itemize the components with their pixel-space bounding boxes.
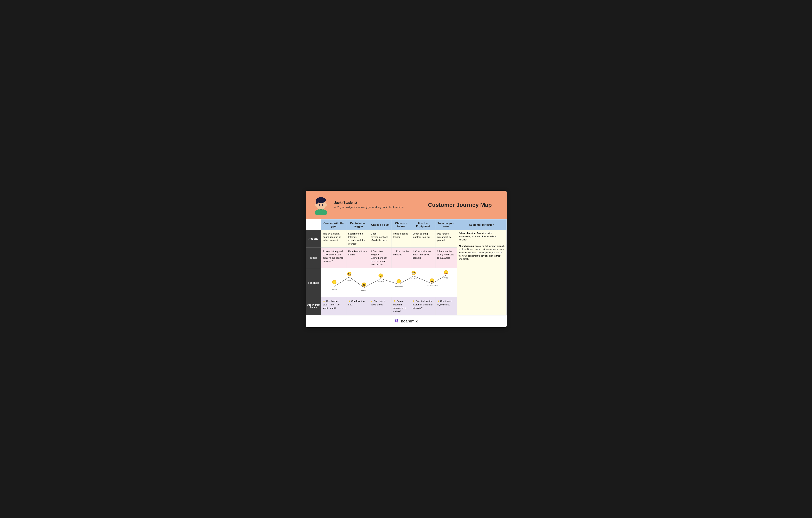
persona-name: Jack (Student) — [334, 201, 415, 205]
svg-point-5 — [315, 204, 317, 206]
header: Jack (Student) A 21 year old junior who … — [306, 191, 506, 219]
journey-table: Contact with the gym Get to know the gym… — [306, 219, 506, 315]
svg-text:🙂: 🙂 — [378, 273, 383, 278]
customer-journey-map: Jack (Student) A 21 year old junior who … — [306, 191, 506, 327]
ideas-train: 1.Freedom but safety is difficult to gua… — [435, 247, 457, 268]
actions-train: Use fitness equipment by yourself — [435, 230, 457, 247]
svg-text:😁: 😁 — [411, 271, 416, 275]
opp-contact: ★ Can I not get paid if I don't get what… — [321, 297, 346, 315]
svg-text:😮: 😮 — [430, 278, 435, 283]
svg-rect-4 — [316, 200, 318, 204]
avatar — [312, 195, 330, 215]
svg-text:Relaxed: Relaxed — [378, 281, 384, 282]
feelings-chart-svg: 😟 Worried 😀 Relief 😟 Worried 🙂 Relaxed — [324, 270, 453, 295]
feelings-chart-cell: 😟 Worried 😀 Relief 😟 Worried 🙂 Relaxed — [321, 268, 457, 297]
ideas-choose-trainer: 1. Exercise the muscles — [392, 247, 411, 268]
star-icon: ★ — [348, 300, 350, 303]
svg-text:Relief: Relief — [347, 279, 352, 281]
actions-contact: Told by a friend, heard about in an adve… — [321, 230, 346, 247]
svg-point-9 — [321, 206, 321, 207]
col-know: Get to know the gym — [346, 219, 369, 230]
star-icon: ★ — [412, 300, 415, 303]
star-icon: ★ — [394, 300, 396, 303]
opp-train: ★ Can it keep myself safe? — [435, 297, 457, 315]
actions-choose-trainer: Muscle-bound trainer — [392, 230, 411, 247]
svg-point-7 — [319, 204, 320, 206]
feelings-label: Feelings — [306, 268, 321, 297]
brand-name: boardmix — [401, 319, 417, 324]
persona-info: Jack (Student) A 21 year old junior who … — [334, 201, 415, 209]
opportunity-label: Opportunity Points — [306, 297, 321, 315]
star-icon: ★ — [371, 300, 373, 303]
col-contact: Contact with the gym — [321, 219, 346, 230]
svg-text:Worried: Worried — [332, 288, 338, 290]
col-train: Train on your own — [435, 219, 457, 230]
ideas-know: Experience it for a month — [346, 247, 369, 268]
svg-text:Dissatisfied: Dissatisfied — [395, 286, 403, 287]
ideas-choose-gym: 1.Can I lose weight?2.Whether I can be a… — [369, 247, 392, 268]
map-title: Customer Journey Map — [419, 202, 500, 208]
col-reflection: Customer reflection — [457, 219, 506, 230]
opp-choose-trainer: ★ Can a beautiful woman be a trainer? — [392, 297, 411, 315]
column-header-row: Contact with the gym Get to know the gym… — [306, 219, 506, 230]
reflection-cell: Before choosing: According to the enviro… — [457, 230, 506, 315]
svg-text:Satisfied: Satisfied — [411, 278, 417, 280]
opp-know: ★ Can I try it for free? — [346, 297, 369, 315]
actions-choose-gym: Good environment and affordable price — [369, 230, 392, 247]
col-choose-gym: Choose a gym — [369, 219, 392, 230]
svg-text:Happy: Happy — [444, 277, 448, 279]
boardmix-icon — [395, 318, 399, 325]
svg-point-26 — [397, 319, 398, 321]
opp-choose-gym: ★ Can I get a good price? — [369, 297, 392, 315]
svg-point-6 — [325, 204, 327, 206]
actions-label: Actions — [306, 230, 321, 247]
col-choose-trainer: Choose a trainer — [392, 219, 411, 230]
col-equipment: Use the Equipment — [411, 219, 435, 230]
opp-equipment: ★ Can it follow the customer's strength … — [411, 297, 435, 315]
svg-point-8 — [322, 204, 323, 206]
ideas-label: Ideas — [306, 247, 321, 268]
svg-point-27 — [397, 321, 398, 323]
ideas-equipment: 1. Coach with too much intensity to keep… — [411, 247, 435, 268]
journey-table-area: Contact with the gym Get to know the gym… — [306, 219, 506, 315]
corner-cell — [306, 219, 321, 230]
svg-text:😐: 😐 — [397, 279, 402, 284]
footer: boardmix — [306, 315, 506, 327]
svg-text:Little dissatisfied: Little dissatisfied — [426, 285, 438, 287]
actions-row: Actions Told by a friend, heard about in… — [306, 230, 506, 247]
star-icon: ★ — [437, 300, 439, 303]
svg-text:😟: 😟 — [362, 282, 367, 287]
star-icon: ★ — [323, 300, 325, 303]
persona-desc: A 21 year old junior who enjoys working … — [334, 205, 415, 209]
svg-text:😟: 😟 — [332, 280, 337, 285]
ideas-contact: 1. How is the gym?2. Whether it can achi… — [321, 247, 346, 268]
svg-text:😀: 😀 — [347, 272, 352, 276]
actions-equipment: Coach to bring together training — [411, 230, 435, 247]
svg-text:😆: 😆 — [443, 270, 448, 275]
svg-text:Worried: Worried — [361, 290, 367, 291]
svg-point-0 — [315, 209, 327, 215]
actions-know: Search on the Internet, experience it fo… — [346, 230, 369, 247]
